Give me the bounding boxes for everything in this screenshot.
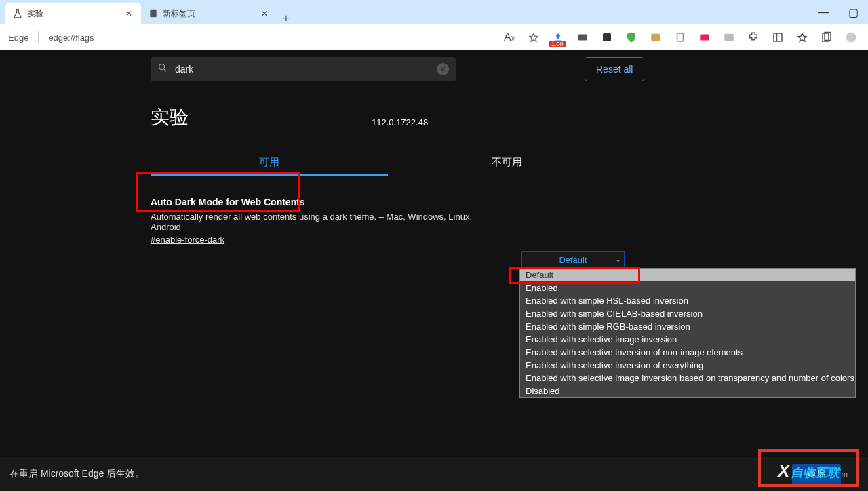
sidebar-icon[interactable] [770,30,785,45]
svg-point-12 [159,64,165,70]
maximize-button[interactable]: ▢ [838,0,868,24]
search-input[interactable] [174,63,437,75]
footer-message: 在重启 Microsoft Edge 后生效。 [9,468,144,480]
read-aloud-icon[interactable]: A)) [502,30,517,45]
svg-rect-1 [578,35,587,41]
reset-all-button[interactable]: Reset all [585,57,644,81]
restart-footer: 在重启 Microsoft Edge 后生效。 重启 [0,457,868,491]
flags-page: ✕ Reset all 实验 112.0.1722.48 可用 不可用 Auto… [0,50,868,491]
dropdown-option[interactable]: Enabled with selective image inversion [520,333,855,346]
flag-description: Automatically render all web contents us… [151,212,503,232]
page-icon [148,8,159,19]
page-tabs: 可用 不可用 [151,151,625,176]
flag-title: Auto Dark Mode for Web Contents [151,197,625,208]
flag-hash-link[interactable]: #enable-force-dark [151,235,224,245]
tab-label: 实验 [27,8,43,20]
clipboard-icon[interactable] [673,30,688,45]
dropdown-option[interactable]: Default [520,269,855,281]
minimize-button[interactable]: — [808,0,838,24]
close-icon[interactable]: ✕ [259,8,270,19]
profile-icon[interactable] [844,30,859,45]
search-icon [157,62,168,76]
svg-line-13 [164,69,166,71]
shield-icon[interactable] [624,30,639,45]
close-icon[interactable]: ✕ [123,8,134,19]
chevron-down-icon: ⌄ [615,255,621,264]
dropdown-option[interactable]: Disabled [520,385,855,397]
flag-select[interactable]: Default ⌄ [521,251,625,269]
flag-item: Auto Dark Mode for Web Contents Automati… [151,197,625,246]
svg-point-11 [846,33,856,43]
svg-rect-5 [700,35,709,41]
tab-available[interactable]: 可用 [151,151,388,176]
version-label: 112.0.1722.48 [372,117,428,127]
svg-rect-6 [724,34,734,41]
flag-select-dropdown[interactable]: Default Enabled Enabled with simple HSL-… [519,268,856,398]
flask-icon [12,8,23,19]
flag-select-value: Default [559,255,587,265]
svg-rect-0 [150,10,156,18]
dropdown-option[interactable]: Enabled with selective image inversion b… [520,372,855,385]
tab-unavailable[interactable]: 不可用 [388,151,625,176]
video-icon[interactable] [697,30,712,45]
tab-label: 新标签页 [163,8,195,20]
download-badge: 1.00 [549,41,566,47]
address-prefix: Edge [4,33,33,43]
page-topbar: ✕ Reset all [0,57,868,81]
collections-badge-icon[interactable] [599,30,614,45]
svg-rect-4 [677,33,684,41]
separator [38,31,39,43]
dropdown-option[interactable]: Enabled with simple CIELAB-based inversi… [520,307,855,320]
restart-button[interactable]: 重启 [792,464,841,484]
tab-newtab[interactable]: 新标签页 ✕ [141,3,277,24]
picture-icon[interactable] [722,30,736,45]
address-url[interactable]: edge://flags [44,33,98,43]
dropdown-option[interactable]: Enabled with selective inversion of ever… [520,359,855,372]
image-icon[interactable] [648,30,663,45]
toolbar-icons: A)) 1.00 [502,30,864,45]
svg-rect-3 [651,34,660,41]
window-titlebar: 实验 ✕ 新标签页 ✕ + — ▢ [0,0,868,24]
page-title: 实验 [151,104,189,130]
new-tab-button[interactable]: + [277,12,296,24]
browser-toolbar: Edge edge://flags A)) 1.00 [0,24,868,51]
dropdown-option[interactable]: Enabled with selective inversion of non-… [520,346,855,359]
wallet-icon[interactable] [575,30,590,45]
tab-experiments[interactable]: 实验 ✕ [5,3,141,24]
flag-select-wrap: Default ⌄ Default Enabled Enabled with s… [521,251,625,269]
clear-icon[interactable]: ✕ [437,63,449,75]
svg-rect-7 [774,33,782,41]
extensions-icon[interactable] [746,30,761,45]
dropdown-option[interactable]: Enabled with simple HSL-based inversion [520,294,855,307]
dropdown-option[interactable]: Enabled [520,281,855,294]
search-box[interactable]: ✕ [151,57,456,81]
favorite-icon[interactable] [526,30,541,45]
dropdown-option[interactable]: Enabled with simple RGB-based inversion [520,320,855,333]
favorites-bar-icon[interactable] [795,30,810,45]
browser-tabs: 实验 ✕ 新标签页 ✕ + [0,0,296,24]
download-icon[interactable]: 1.00 [551,30,566,45]
window-controls: — ▢ [808,0,868,24]
collections-icon[interactable] [819,30,834,45]
svg-rect-2 [603,33,611,41]
